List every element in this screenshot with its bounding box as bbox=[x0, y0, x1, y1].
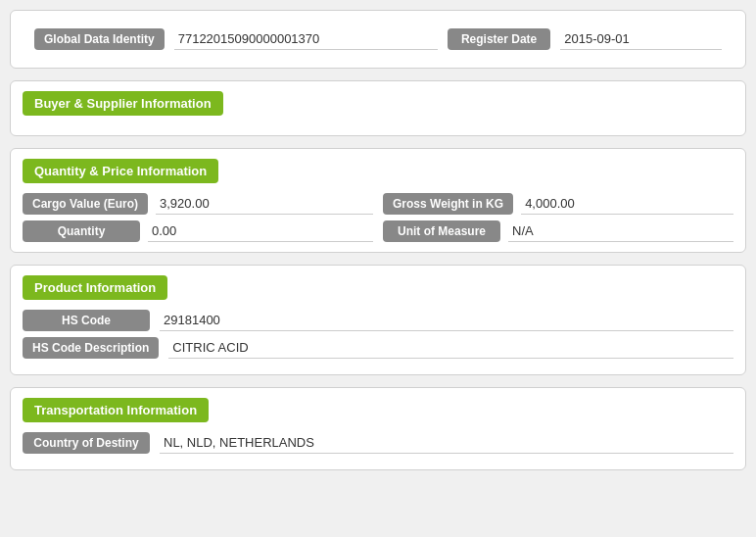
unit-of-measure-value: N/A bbox=[508, 220, 733, 242]
quantity-label: Quantity bbox=[23, 220, 140, 242]
product-info-header: Product Information bbox=[23, 275, 167, 300]
country-of-destiny-row: Country of Destiny NL, NLD, NETHERLANDS bbox=[23, 432, 733, 454]
gross-weight-value: 4,000.00 bbox=[521, 193, 733, 215]
hs-code-desc-label: HS Code Description bbox=[23, 337, 159, 359]
global-data-label: Global Data Identity bbox=[34, 28, 165, 50]
quantity-price-row2: Quantity 0.00 Unit of Measure N/A bbox=[23, 220, 733, 242]
quantity-col: Quantity 0.00 bbox=[23, 220, 373, 242]
global-data-card: Global Data Identity 7712201509000000137… bbox=[10, 10, 746, 69]
buyer-supplier-card: Buyer & Supplier Information bbox=[10, 80, 746, 136]
buyer-supplier-header: Buyer & Supplier Information bbox=[23, 91, 223, 116]
cargo-value-value: 3,920.00 bbox=[156, 193, 373, 215]
unit-of-measure-col: Unit of Measure N/A bbox=[383, 220, 733, 242]
gross-weight-label: Gross Weight in KG bbox=[383, 193, 513, 215]
transportation-card: Transportation Information Country of De… bbox=[10, 387, 746, 470]
hs-code-value: 29181400 bbox=[160, 310, 733, 331]
cargo-value-label: Cargo Value (Euro) bbox=[23, 193, 148, 215]
quantity-price-card: Quantity & Price Information Cargo Value… bbox=[10, 148, 746, 253]
product-info-card: Product Information HS Code 29181400 HS … bbox=[10, 265, 746, 375]
hs-code-desc-row: HS Code Description CITRIC ACID bbox=[23, 337, 733, 359]
hs-code-desc-value: CITRIC ACID bbox=[168, 337, 733, 359]
register-date-value: 2015-09-01 bbox=[560, 28, 722, 50]
cargo-value-col: Cargo Value (Euro) 3,920.00 bbox=[23, 193, 373, 215]
hs-code-row: HS Code 29181400 bbox=[23, 310, 733, 331]
register-date-button[interactable]: Register Date bbox=[448, 28, 550, 50]
quantity-value: 0.00 bbox=[148, 220, 373, 242]
quantity-price-row1: Cargo Value (Euro) 3,920.00 Gross Weight… bbox=[23, 193, 733, 215]
quantity-price-header: Quantity & Price Information bbox=[23, 159, 218, 183]
transportation-header: Transportation Information bbox=[23, 398, 209, 422]
global-data-value: 77122015090000001370 bbox=[174, 28, 438, 50]
gross-weight-col: Gross Weight in KG 4,000.00 bbox=[383, 193, 733, 215]
unit-of-measure-label: Unit of Measure bbox=[383, 220, 500, 242]
country-of-destiny-value: NL, NLD, NETHERLANDS bbox=[160, 432, 733, 454]
country-of-destiny-label: Country of Destiny bbox=[23, 432, 150, 454]
hs-code-label: HS Code bbox=[23, 310, 150, 331]
